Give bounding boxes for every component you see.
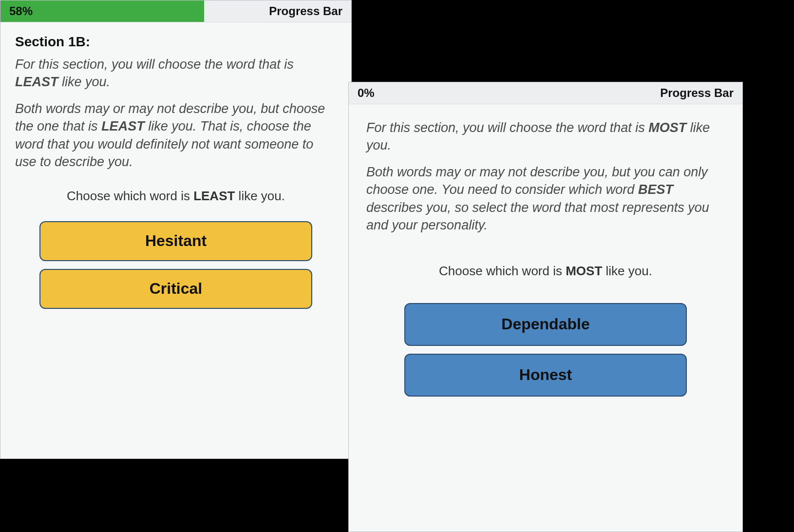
prompt-bold: LEAST [193,189,235,203]
choice-list: Dependable Honest [366,303,725,397]
left-content: Section 1B: For this section, you will c… [0,22,351,323]
intro-text: For this section, you will choose the wo… [15,57,294,72]
most-panel: 0% Progress Bar For this section, you wi… [348,82,743,532]
section-title: Section 1B: [15,34,337,50]
right-content: For this section, you will choose the wo… [349,104,742,411]
progress-bar: 58% Progress Bar [0,0,351,22]
intro-bold: LEAST [15,75,58,89]
intro-paragraph-1: For this section, you will choose the wo… [15,56,337,91]
choice-button-honest[interactable]: Honest [404,354,687,397]
intro-paragraph-1: For this section, you will choose the wo… [366,119,725,154]
intro-paragraph-2: Both words may or may not describe you, … [366,163,725,234]
prompt-bold: MOST [566,264,602,278]
progress-bar: 0% Progress Bar [349,82,742,104]
prompt: Choose which word is LEAST like you. [15,189,337,204]
prompt: Choose which word is MOST like you. [366,264,725,279]
intro-text: For this section, you will choose the wo… [366,120,648,135]
prompt-text: Choose which word is [67,189,193,203]
progress-label: Progress Bar [269,0,342,22]
progress-percent: 58% [9,0,33,22]
choice-button-dependable[interactable]: Dependable [404,303,687,346]
choice-button-hesitant[interactable]: Hesitant [39,221,312,261]
intro-text: like you. [58,75,111,89]
least-panel: 58% Progress Bar Section 1B: For this se… [0,0,352,459]
intro-bold: BEST [638,182,673,197]
intro-bold: LEAST [101,119,145,133]
progress-label: Progress Bar [660,82,734,104]
progress-percent: 0% [358,82,375,104]
choice-list: Hesitant Critical [15,221,337,309]
intro-paragraph-2: Both words may or may not describe you, … [15,100,337,171]
prompt-text: like you. [235,189,285,203]
intro-bold: MOST [648,120,686,135]
prompt-text: Choose which word is [439,264,566,278]
prompt-text: like you. [602,264,652,278]
intro-text: describes you, so select the word that m… [366,200,709,232]
choice-button-critical[interactable]: Critical [39,269,312,309]
